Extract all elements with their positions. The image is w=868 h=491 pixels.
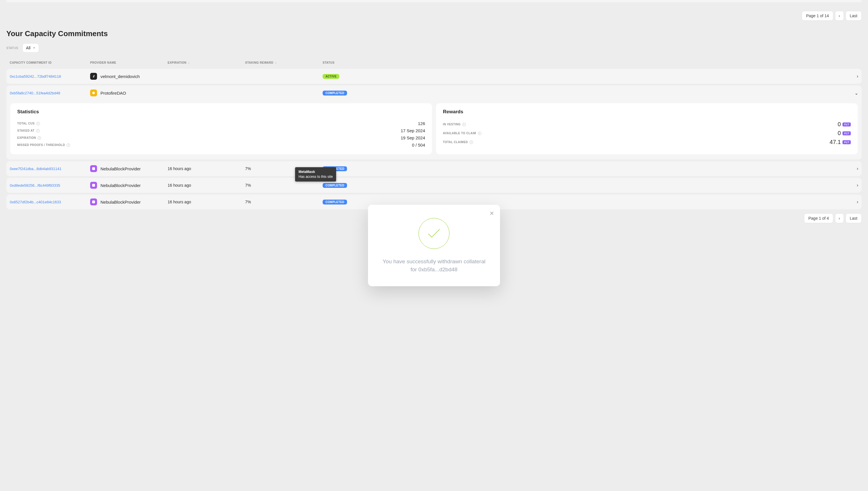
- tooltip-body: Has access to this site: [299, 174, 333, 179]
- checkmark-icon: [418, 218, 450, 243]
- close-icon[interactable]: ✕: [489, 210, 494, 217]
- success-modal: ✕ You have successfully withdrawn collat…: [368, 205, 500, 243]
- tooltip-title: MetaMask: [299, 170, 333, 174]
- metamask-tooltip: MetaMask Has access to this site: [295, 167, 336, 181]
- modal-overlay[interactable]: ✕ You have successfully withdrawn collat…: [0, 0, 868, 243]
